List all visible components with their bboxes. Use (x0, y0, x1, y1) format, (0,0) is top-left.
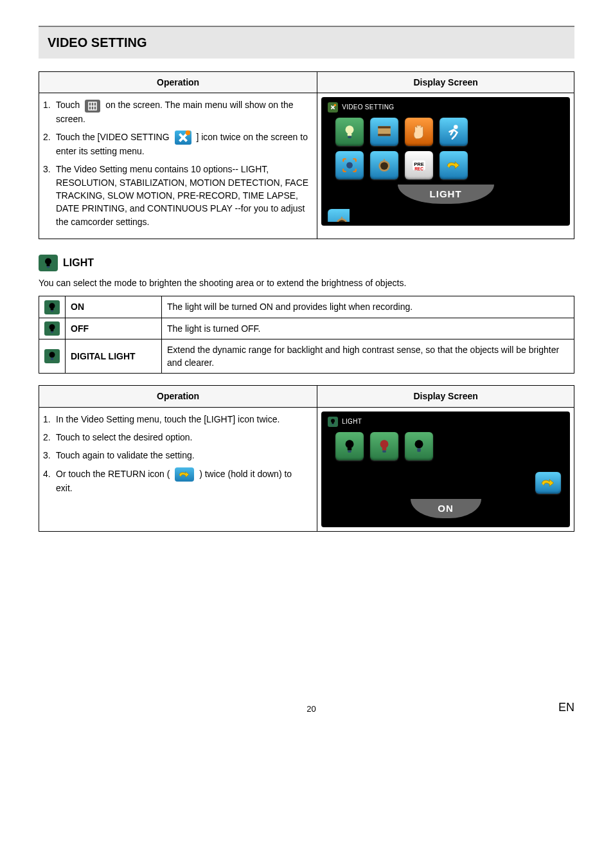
time-lapse-icon-partial (328, 209, 350, 222)
screen-title-text: LIGHT (342, 417, 362, 427)
return-inline-icon (175, 467, 194, 482)
option-row-off: OFF The light is turned OFF. (39, 318, 574, 339)
col-operation: Operation (39, 386, 317, 407)
partial-next-row-icon (328, 209, 350, 222)
page-footer: 20 EN (39, 699, 574, 716)
step-number: 2. (43, 431, 56, 444)
svg-point-22 (380, 440, 389, 448)
screen-title-text: VIDEO SETTING (342, 103, 394, 113)
option-desc: The light will be turned ON and provides… (162, 296, 574, 318)
page-number: 20 (64, 703, 558, 716)
screen-icon-row-2 (335, 151, 564, 179)
col-display-screen: Display Screen (317, 386, 574, 407)
op-step-2: 2. Touch the [VIDEO SETTING ] icon twice… (43, 131, 310, 158)
op-step-3: 3. The Video Setting menu contains 10 op… (43, 163, 310, 228)
main-menu-grid-icon (85, 100, 100, 113)
option-name: DIGITAL LIGHT (66, 339, 162, 374)
bulb-digital-icon (44, 349, 60, 363)
motion-detection-icon[interactable] (440, 118, 468, 146)
step-text-pre: Or touch the RETURN icon ( (56, 469, 172, 479)
option-row-on: ON The light will be turned ON and provi… (39, 296, 574, 318)
col-operation: Operation (39, 72, 317, 93)
video-setting-table: Operation Display Screen 1. Touch on the… (39, 71, 574, 239)
resolution-icon[interactable] (370, 118, 398, 146)
video-setting-screen: VIDEO SETTING LIGHT (321, 97, 570, 226)
screen-title-row: LIGHT (328, 417, 564, 427)
op2-step-3: 3. Touch again to validate the setting. (43, 449, 310, 462)
light-operation-table: Operation Display Screen 1. In the Video… (39, 385, 574, 531)
light-on-icon[interactable] (335, 432, 364, 460)
step-number: 1. (43, 413, 56, 426)
bulb-off-icon (44, 321, 60, 336)
op2-step-1: 1. In the Video Setting menu, touch the … (43, 413, 310, 426)
step-text: Touch to select the desired option. (56, 431, 310, 444)
stabilization-icon[interactable] (405, 118, 433, 146)
screen-title-row: VIDEO SETTING (328, 102, 564, 113)
light-off-icon[interactable] (370, 432, 398, 460)
light-icon[interactable] (335, 118, 364, 146)
step-text-pre: Touch (56, 100, 82, 110)
operation-steps-cell: 1. In the Video Setting menu, touch the … (39, 407, 317, 531)
light-heading-icon (39, 255, 58, 271)
col-display-screen: Display Screen (317, 72, 574, 93)
light-option-icons (335, 432, 564, 460)
return-icon[interactable] (440, 151, 468, 179)
language-label: EN (558, 699, 574, 716)
slow-motion-icon[interactable] (370, 151, 398, 179)
light-screen: LIGHT ON (321, 411, 570, 527)
section-header: VIDEO SETTING (39, 26, 574, 59)
step-text: Touch again to validate the setting. (56, 449, 310, 462)
light-heading-text: LIGHT (63, 255, 94, 270)
light-intro: You can select the mode to brighten the … (39, 276, 574, 289)
light-options-table: ON The light will be turned ON and provi… (39, 296, 574, 374)
pre-rec-icon[interactable] (405, 151, 433, 179)
screen-selected-label: ON (328, 499, 564, 518)
option-row-digital: DIGITAL LIGHT Extend the dynamic range f… (39, 339, 574, 374)
section-title: VIDEO SETTING (48, 33, 565, 52)
face-tracking-icon[interactable] (335, 151, 364, 179)
step-number: 4. (43, 467, 56, 495)
display-screen-cell: VIDEO SETTING LIGHT (317, 93, 574, 239)
option-name: OFF (66, 318, 162, 339)
step-text: In the Video Setting menu, touch the [LI… (56, 413, 310, 426)
selected-label-text: ON (411, 499, 481, 518)
option-desc: The light is turned OFF. (162, 318, 574, 339)
step-number: 2. (43, 131, 56, 158)
step-text: The Video Setting menu contains 10 optio… (56, 163, 310, 228)
screen-selected-label: LIGHT (328, 185, 564, 204)
digital-light-icon[interactable] (405, 432, 433, 460)
option-name: ON (66, 296, 162, 318)
return-row (328, 472, 561, 494)
svg-rect-23 (382, 448, 387, 450)
screen-icon-row-1 (335, 118, 564, 146)
video-setting-menu-icon (328, 102, 338, 113)
step-number: 3. (43, 449, 56, 462)
bulb-on-icon (44, 300, 60, 314)
video-setting-icon (175, 131, 191, 145)
light-heading: LIGHT (39, 255, 574, 271)
step-number: 3. (43, 163, 56, 228)
step-text-pre: Touch the [VIDEO SETTING (56, 132, 172, 142)
option-desc: Extend the dynamic range for backlight a… (162, 339, 574, 374)
svg-rect-24 (382, 450, 386, 452)
operation-steps-cell: 1. Touch on the screen. The main menu wi… (39, 93, 317, 239)
light-menu-icon (328, 417, 338, 427)
selected-label-text: LIGHT (398, 185, 494, 204)
step-number: 1. (43, 98, 56, 125)
display-screen-cell: LIGHT ON (317, 407, 574, 531)
op2-step-2: 2. Touch to select the desired option. (43, 431, 310, 444)
return-icon[interactable] (535, 472, 561, 494)
op-step-1: 1. Touch on the screen. The main menu wi… (43, 98, 310, 125)
op2-step-4: 4. Or touch the RETURN icon ( ) twice (h… (43, 467, 310, 495)
